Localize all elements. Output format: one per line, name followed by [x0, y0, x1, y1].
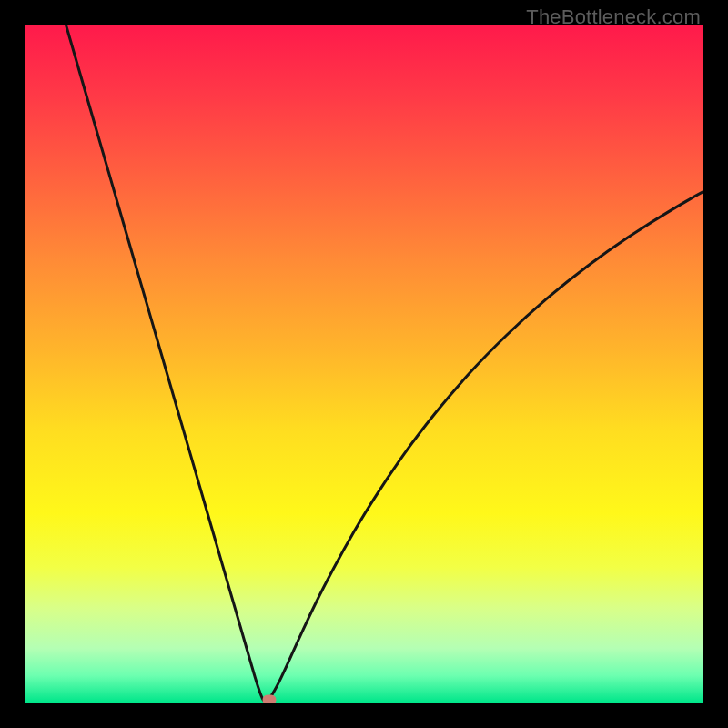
- plot-area: [25, 25, 703, 703]
- bottleneck-curve: [25, 25, 703, 703]
- chart-frame: TheBottleneck.com: [0, 0, 728, 728]
- ideal-point-marker: [262, 695, 276, 703]
